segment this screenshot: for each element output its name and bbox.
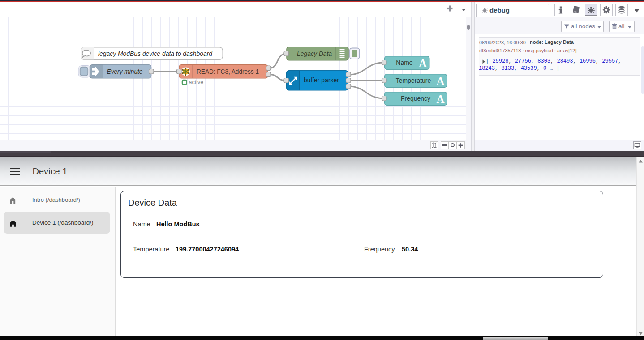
svg-text:Name: Name (396, 59, 413, 66)
svg-text:Legacy Data: Legacy Data (297, 50, 332, 57)
svg-text:READ: FC3, Address 1: READ: FC3, Address 1 (197, 68, 259, 75)
svg-text:buffer parser: buffer parser (304, 76, 339, 84)
svg-text:A: A (419, 57, 427, 69)
svg-text:Temperature: Temperature (396, 77, 431, 84)
svg-text:A: A (436, 93, 444, 105)
svg-text:legacy ModBus device data to d: legacy ModBus device data to dashboard (98, 50, 213, 57)
svg-text:active: active (189, 79, 204, 85)
svg-text:Frequency: Frequency (401, 95, 430, 102)
svg-text:A: A (436, 75, 444, 87)
svg-text:Every minute: Every minute (107, 68, 143, 75)
